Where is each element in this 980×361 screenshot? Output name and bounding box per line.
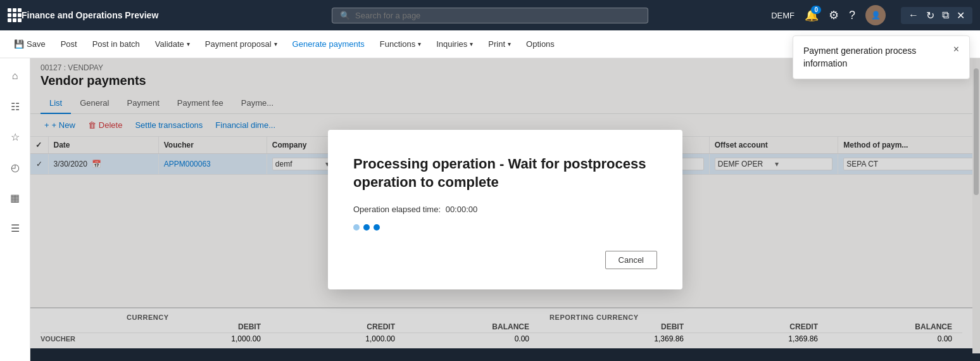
- validate-label: Validate: [155, 39, 184, 49]
- functions-label: Functions: [380, 39, 415, 49]
- info-panel-header: Payment generation process information ×: [803, 45, 959, 70]
- processing-modal: Processing operation - Wait for postproc…: [328, 130, 682, 289]
- global-search-bar[interactable]: 🔍: [332, 8, 648, 23]
- info-panel-close-button[interactable]: ×: [953, 44, 959, 55]
- clock-icon: ◴: [11, 162, 20, 174]
- info-panel-title: Payment generation process information: [803, 45, 948, 70]
- inquiries-button[interactable]: Inquiries ▾: [430, 35, 479, 53]
- loading-indicator: [353, 224, 657, 231]
- info-panel: Payment generation process information ×: [793, 35, 970, 79]
- post-in-batch-label: Post in batch: [92, 39, 140, 49]
- sidebar-item-filter[interactable]: ☷: [3, 94, 28, 119]
- elapsed-value: 00:00:00: [446, 205, 478, 214]
- list-icon: ☰: [11, 222, 20, 234]
- options-button[interactable]: Options: [520, 35, 561, 53]
- filter-icon: ☷: [11, 101, 20, 113]
- top-right-actions: DEMF 🔔 0 ⚙ ? 👤 ← ↻ ⧉ ✕: [771, 5, 972, 25]
- validate-chevron: ▾: [187, 41, 190, 48]
- sidebar-item-list[interactable]: ☰: [3, 215, 28, 241]
- refresh-icon[interactable]: ↻: [926, 10, 934, 22]
- save-button[interactable]: 💾 Save: [8, 35, 52, 53]
- grid-icon: ▦: [10, 192, 20, 204]
- functions-button[interactable]: Functions ▾: [374, 35, 427, 53]
- dot-3: [374, 224, 380, 231]
- external-icon[interactable]: ⧉: [942, 10, 949, 21]
- post-in-batch-button[interactable]: Post in batch: [86, 35, 146, 53]
- sidebar-item-favorites[interactable]: ☆: [3, 124, 28, 149]
- functions-chevron: ▾: [418, 41, 421, 48]
- search-icon: 🔍: [340, 11, 350, 20]
- back-icon[interactable]: ←: [908, 10, 919, 21]
- print-chevron: ▾: [508, 41, 511, 48]
- inquiries-label: Inquiries: [436, 39, 467, 49]
- settings-icon[interactable]: ⚙: [829, 8, 839, 22]
- star-icon: ☆: [11, 131, 20, 143]
- save-icon: 💾: [14, 39, 24, 49]
- main-content: 00127 : VENDPAY Vendor payments List Gen…: [30, 58, 980, 361]
- dot-1: [353, 224, 360, 231]
- avatar-initials: 👤: [871, 11, 881, 20]
- post-button[interactable]: Post: [54, 35, 84, 53]
- post-label: Post: [61, 39, 77, 49]
- search-input[interactable]: [355, 11, 640, 20]
- modal-footer: Cancel: [353, 251, 657, 269]
- help-icon[interactable]: ?: [849, 9, 855, 22]
- dot-2: [363, 224, 370, 231]
- sidebar-item-recent[interactable]: ◴: [3, 155, 28, 180]
- sidebar: ⌂ ☷ ☆ ◴ ▦ ☰: [0, 58, 30, 361]
- options-label: Options: [526, 39, 555, 49]
- save-label: Save: [27, 39, 46, 49]
- payment-proposal-label: Payment proposal: [205, 39, 272, 49]
- print-button[interactable]: Print ▾: [482, 35, 517, 53]
- app-menu-icon[interactable]: [8, 8, 22, 22]
- modal-elapsed-info: Operation elapsed time: 00:00:00: [353, 205, 657, 214]
- generate-payments-button[interactable]: Generate payments: [286, 35, 371, 53]
- home-icon: ⌂: [12, 70, 18, 82]
- modal-overlay: Processing operation - Wait for postproc…: [30, 58, 980, 361]
- cancel-button[interactable]: Cancel: [605, 251, 657, 269]
- payment-proposal-chevron: ▾: [274, 41, 277, 48]
- print-label: Print: [488, 39, 505, 49]
- user-label: DEMF: [771, 11, 795, 20]
- avatar[interactable]: 👤: [865, 5, 886, 25]
- generate-payments-label: Generate payments: [292, 39, 365, 49]
- notifications-button[interactable]: 🔔 0: [805, 8, 819, 22]
- payment-proposal-button[interactable]: Payment proposal ▾: [199, 35, 284, 53]
- sidebar-item-home[interactable]: ⌂: [3, 63, 28, 89]
- modal-title: Processing operation - Wait for postproc…: [353, 155, 657, 191]
- inquiries-chevron: ▾: [470, 41, 473, 48]
- window-controls: ← ↻ ⧉ ✕: [901, 7, 972, 24]
- notification-badge: 0: [811, 6, 821, 14]
- elapsed-label: Operation elapsed time:: [353, 205, 441, 214]
- sidebar-item-workspace[interactable]: ▦: [3, 185, 28, 210]
- validate-button[interactable]: Validate ▾: [149, 35, 196, 53]
- app-title: Finance and Operations Preview: [22, 10, 158, 20]
- close-window-icon[interactable]: ✕: [957, 10, 965, 22]
- top-navigation: Finance and Operations Preview 🔍 DEMF 🔔 …: [0, 0, 980, 30]
